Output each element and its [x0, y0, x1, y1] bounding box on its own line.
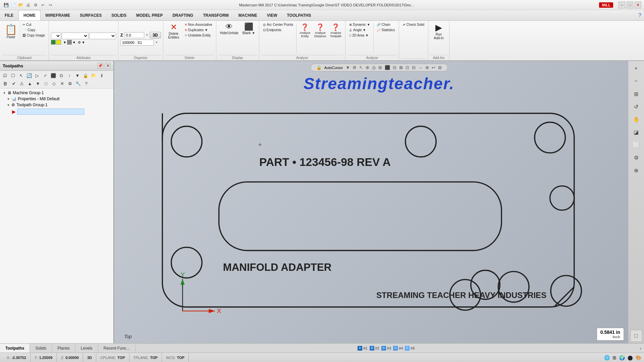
- line-style-select[interactable]: [62, 33, 89, 39]
- menu-surfaces[interactable]: SURFACES: [75, 10, 107, 20]
- tab-toolpaths[interactable]: Toolpaths: [0, 344, 30, 353]
- close-button[interactable]: ✕: [635, 2, 641, 8]
- ac-options4[interactable]: ⊕: [425, 65, 429, 70]
- tp-cursor[interactable]: ↖: [17, 72, 25, 79]
- copy-image-button[interactable]: 🖼 Copy Image: [21, 33, 47, 38]
- menu-home[interactable]: HOME: [18, 10, 41, 20]
- tp-check[interactable]: ✔: [10, 80, 17, 87]
- tp-triangle-up[interactable]: ▲: [26, 80, 34, 87]
- z-input[interactable]: [124, 32, 144, 38]
- attr-options[interactable]: ⚙ ▼: [78, 41, 85, 44]
- save-icon[interactable]: 💾: [3, 2, 9, 8]
- rt-fit[interactable]: ⊞: [630, 88, 642, 100]
- circle-icon[interactable]: ⬤: [628, 355, 633, 360]
- tp-lock[interactable]: 🔒: [82, 72, 89, 79]
- canvas-area[interactable]: 🔒 AutoCursor ▼ ⚙ ↖ ⊕ ◎ ⊞ ⬛ ⊟ ⊠ ⊡ ⊟ ↔ ⊕ ↩…: [114, 61, 644, 343]
- wcs-dropdown[interactable]: ▼: [155, 41, 158, 44]
- ac-snap2[interactable]: ◎: [372, 65, 376, 70]
- level-4[interactable]: ⚐ #4: [393, 346, 403, 351]
- undelete-button[interactable]: ✕ Undelete Entity: [183, 33, 214, 38]
- new-icon[interactable]: 📄: [10, 2, 17, 8]
- tp-deselect-all[interactable]: ☐: [9, 72, 17, 79]
- restore-button[interactable]: □: [627, 2, 633, 8]
- rt-bottom-icon[interactable]: □: [630, 330, 642, 342]
- palette-icon[interactable]: 🎨: [636, 355, 641, 360]
- color-gray[interactable]: [67, 40, 72, 45]
- tp-cross[interactable]: ✕: [58, 80, 66, 87]
- rt-view2[interactable]: ⬜: [630, 139, 642, 151]
- level-2[interactable]: ⚐ #2: [370, 346, 379, 351]
- rt-pan[interactable]: ✋: [630, 113, 642, 125]
- tp-backplot[interactable]: ▷: [34, 72, 41, 79]
- tp-info[interactable]: ℹ: [98, 72, 105, 79]
- ac-options6[interactable]: ⊞: [438, 65, 442, 70]
- tab-levels[interactable]: Levels: [75, 344, 98, 353]
- non-associative-button[interactable]: ✕ Non-Associative: [183, 22, 214, 27]
- rt-view1[interactable]: ◪: [630, 126, 642, 138]
- menu-machine[interactable]: MACHINE: [234, 10, 262, 20]
- rt-settings[interactable]: ⚙: [630, 152, 642, 164]
- tp-delete[interactable]: 🗑: [1, 80, 9, 87]
- ac-options5[interactable]: ↩: [432, 65, 435, 70]
- toolpaths-close-button[interactable]: ✕: [105, 63, 111, 69]
- new-toolpath-input[interactable]: [17, 109, 84, 115]
- tp-verify[interactable]: ✓: [42, 72, 49, 79]
- print-icon[interactable]: 🖨: [25, 2, 32, 8]
- toolpaths-pin-button[interactable]: 📌: [97, 63, 103, 69]
- rt-zoom-in[interactable]: +: [630, 62, 642, 74]
- tp-group[interactable]: 📁: [90, 72, 97, 79]
- ac-snap3[interactable]: ⊞: [378, 65, 382, 70]
- tree-new-toolpath[interactable]: ▶: [1, 108, 112, 115]
- tp-question[interactable]: ?: [83, 80, 90, 87]
- tp-highfeed[interactable]: ↑: [66, 72, 73, 79]
- statistics-button[interactable]: 📈 Statistics: [375, 27, 397, 33]
- ac-options2[interactable]: ⊟: [412, 65, 416, 70]
- level-1[interactable]: ⚐ #1: [358, 346, 367, 351]
- level-5[interactable]: ⚐ #5: [405, 346, 415, 351]
- line-type-select[interactable]: [51, 33, 61, 39]
- minimize-button[interactable]: ─: [619, 2, 625, 8]
- check-solid-button[interactable]: ✔ Check Solid: [401, 22, 426, 27]
- tp-diamond[interactable]: ◇: [50, 80, 58, 87]
- delete-entities-button[interactable]: ✕ DeleteEntities: [165, 22, 182, 40]
- tp-warning[interactable]: ⚠: [18, 80, 25, 87]
- copy-button[interactable]: 📄 Copy: [21, 27, 47, 33]
- menu-view[interactable]: VIEW: [262, 10, 282, 20]
- tree-toolpath-group[interactable]: ▼ ⚙ Toolpath Group-1: [1, 102, 112, 108]
- blank-button[interactable]: ⬛ Blank ▼: [241, 22, 257, 36]
- ac-options3[interactable]: ↔: [418, 65, 423, 70]
- autocursor-dropdown[interactable]: ▼: [345, 65, 350, 70]
- redo-icon[interactable]: ↪: [47, 2, 54, 8]
- grid-icon[interactable]: ⊞: [612, 355, 616, 360]
- ac-gear-icon[interactable]: ⚙: [353, 65, 357, 70]
- undo-icon[interactable]: ↩: [40, 2, 46, 8]
- tp-simulate[interactable]: ⬛: [50, 72, 57, 79]
- ac-snap5[interactable]: ⊟: [393, 65, 396, 70]
- run-add-in-button[interactable]: ▶ RunAdd-In: [430, 22, 447, 41]
- tp-tools[interactable]: 🔧: [74, 80, 82, 87]
- earth-icon[interactable]: 🌍: [619, 355, 625, 360]
- chain-button[interactable]: 🔗 Chain: [375, 22, 397, 27]
- collapse-panel-button[interactable]: ›: [637, 346, 644, 351]
- ac-snap6[interactable]: ⊠: [399, 65, 403, 70]
- color-green[interactable]: [51, 40, 56, 45]
- endpoints-button[interactable]: ⊡ Endpoints: [261, 27, 295, 33]
- tree-machine-group[interactable]: ▼ 🖥 Machine Group-1: [1, 90, 112, 96]
- tp-regen[interactable]: 🔄: [25, 72, 33, 79]
- help-icon[interactable]: ?: [638, 12, 641, 18]
- settings-icon[interactable]: ⚙: [32, 2, 39, 8]
- 2d-area-button[interactable]: □ 2D Area ▼: [347, 33, 372, 38]
- paste-button[interactable]: 📋 Paste: [2, 22, 20, 40]
- layer-picker[interactable]: ▼: [72, 41, 76, 44]
- arc-center-points-button[interactable]: ◎ Arc Center Points: [261, 22, 295, 27]
- dynamic-button[interactable]: ⊕ Dynamic ▼: [347, 22, 372, 27]
- tp-gear[interactable]: ⚙: [66, 80, 74, 87]
- menu-drafting[interactable]: DRAFTING: [168, 10, 198, 20]
- level-3[interactable]: ⚐ #3: [381, 346, 391, 351]
- hide-unhide-button[interactable]: 👁 Hide/Unhide: [218, 22, 240, 36]
- tree-properties[interactable]: ▼ 📊 Properties - Mill Default: [1, 96, 112, 102]
- open-icon[interactable]: 📂: [17, 2, 24, 8]
- analyze-entity-button[interactable]: ❓ AnalyzeEntity: [298, 22, 312, 39]
- tp-triangle-down[interactable]: ▼: [34, 80, 42, 87]
- menu-model-prep[interactable]: MODEL PREP: [131, 10, 168, 20]
